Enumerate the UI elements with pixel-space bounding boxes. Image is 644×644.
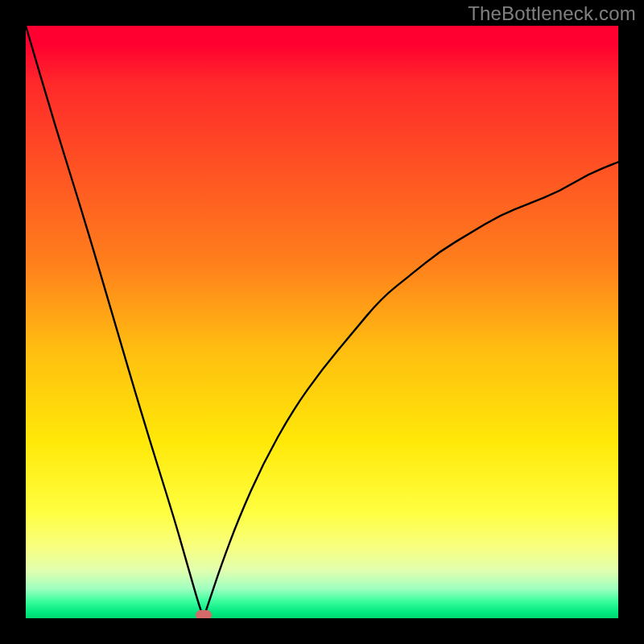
chart-frame: TheBottleneck.com [0, 0, 644, 644]
watermark-text: TheBottleneck.com [468, 2, 636, 25]
bottleneck-curve [26, 26, 618, 618]
minimum-marker [196, 610, 212, 618]
plot-area [26, 26, 618, 618]
